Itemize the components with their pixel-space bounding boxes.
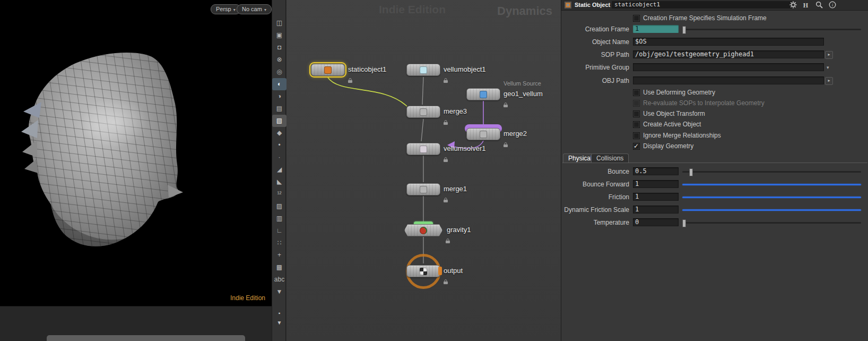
temperature-slider[interactable] [682,222,861,224]
pen-icon[interactable]: ◣ [272,176,287,188]
merge-icon [420,186,427,193]
node-vellumobject1[interactable]: vellumobject1 [406,64,440,76]
field-label: Friction [561,193,629,201]
creation-frame-input[interactable]: 1 [633,25,679,33]
node-chooser-icon[interactable]: ▸ [825,77,833,85]
creation-frame-spec-checkbox[interactable] [633,15,640,22]
output-flag[interactable] [438,267,442,275]
wire-merge3-vellumsolver1[interactable] [421,119,423,141]
friction-slider[interactable] [682,197,861,198]
bounce-forward-input[interactable]: 1 [633,180,679,188]
object-select-icon[interactable]: ▧ [272,115,287,127]
lightbulb-icon[interactable]: ◐ [272,78,287,90]
vellum-object-icon [420,66,427,74]
camera-select-button[interactable]: No cam▾ [237,4,272,14]
view-mode-icon[interactable]: ◎ [272,66,287,78]
field-label: Primitive Group [561,63,629,72]
reevaluate-sops-checkbox [633,100,640,107]
small-point-icon[interactable]: · [272,151,287,164]
chevron-down-icon: ▾ [233,7,236,12]
tab-collisions[interactable]: Collisions [591,154,629,163]
ruler-icon[interactable]: ∟ [272,225,287,237]
stamp-icon[interactable]: ▥ [272,212,287,225]
lock-icon [444,78,448,83]
chevron-down-icon: ▾ [264,7,266,12]
3d-viewport[interactable]: Persp▾ No cam▾ Indie Edition [0,0,272,306]
node-merge3[interactable]: merge3 [406,106,440,118]
abc-icon[interactable]: abc [272,274,287,286]
ignore-merge-relationships-checkbox[interactable] [633,132,640,139]
info-icon[interactable]: i [828,1,837,10]
primitive-group-input[interactable] [633,63,824,71]
no-select-icon[interactable]: ⊗ [272,54,287,66]
lock-icon [444,198,448,202]
lock-icon [446,238,450,243]
lock-icon [444,120,448,125]
bounce-input[interactable]: 0.5 [633,167,679,175]
create-active-object-checkbox[interactable] [633,121,640,128]
bounce-slider[interactable] [682,171,861,173]
wire-staticobject1-merge3[interactable] [328,78,407,106]
display-options-icon[interactable]: ▪ [272,310,287,316]
bounce-forward-slider[interactable] [682,184,861,185]
snapshot-icon[interactable]: ▣ [272,29,287,41]
settings-gear-icon[interactable] [788,1,797,10]
node-vellumsolver1[interactable]: vellumsolver1 [406,143,440,155]
gravity-icon [420,227,427,234]
field-label: Bounce Forward [561,180,629,189]
node-gravity1[interactable]: gravity1 [404,224,442,236]
parameter-header: Static Object staticobject1 H i [561,0,868,11]
node-chooser-icon[interactable]: ▸ [825,51,833,59]
lock-icon [444,157,448,162]
merge-icon [420,108,427,116]
brush-icon[interactable]: ◆ [272,127,287,139]
expand-chevron-icon[interactable]: ▼ [272,286,287,298]
obj-path-input[interactable] [633,76,824,84]
use-object-transform-checkbox[interactable] [633,110,640,117]
dynamic-friction-scale-slider[interactable] [682,209,861,211]
display-geometry-checkbox[interactable] [633,143,640,150]
dots-grid-icon[interactable]: ∷ [272,237,287,249]
use-deforming-geometry-checkbox[interactable] [633,89,640,96]
dropdown-arrow-icon[interactable]: ▾ [827,65,829,70]
node-merge2[interactable]: merge2 [466,128,500,140]
node-name-field[interactable]: staticobject1 [612,1,792,8]
sop-path-input[interactable]: /obj/geo1/testgeometry_pighead1 [633,50,824,58]
friction-input[interactable]: 1 [633,193,679,201]
viewport-toolbar: ▪ ▼ ◫▣◘⊗◎◐◑▤▧◆•·◢◣¹²▨▥∟∷+▩abc▼ [272,0,286,341]
object-name-input[interactable]: $OS [633,38,824,46]
node-geo1-vellum[interactable]: Vellum Source geo1_vellum [466,88,500,100]
wrench-icon[interactable]: + [272,249,287,261]
node-wires [287,0,561,341]
node-merge1[interactable]: merge1 [406,183,440,195]
network-editor[interactable]: Indie Edition Dynamics staticobject1 vel… [287,0,561,341]
lightbulb-alt-icon[interactable]: ◑ [272,90,287,103]
collapsed-bar[interactable] [47,335,245,341]
layers-icon[interactable]: ▩ [272,261,287,274]
creation-frame-slider[interactable] [682,29,861,30]
node-output[interactable]: output [406,265,440,277]
digits-icon[interactable]: ¹² [272,188,287,200]
point-icon[interactable]: • [272,139,287,151]
paint-icon[interactable]: ▨ [272,200,287,212]
field-label: Temperature [561,218,629,227]
toolbar-bottom-chevron-icon[interactable]: ▼ [272,320,287,326]
node-staticobject1[interactable]: staticobject1 [311,64,345,76]
lock-icon[interactable]: ◘ [272,41,287,54]
static-object-icon [324,66,332,74]
pencil-icon[interactable]: ◢ [272,164,287,176]
lock-icon [444,279,448,284]
pane-layout-icon[interactable]: ◫ [272,17,287,29]
lock-icon [504,142,508,147]
houdini-window: Persp▾ No cam▾ Indie Edition ▪ ▼ ◫▣◘⊗◎◐◑… [0,0,868,341]
houdini-logo-icon[interactable]: H [801,1,810,10]
camera-icon[interactable]: ▤ [272,103,287,115]
search-icon[interactable] [814,1,823,10]
viewport-bottom-strip [0,306,272,341]
dynamic-friction-scale-input[interactable]: 1 [633,206,679,214]
field-label: Creation Frame [561,25,629,33]
parameter-panel: Static Object staticobject1 H i Creation… [561,0,868,341]
temperature-input[interactable]: 0 [633,218,679,226]
vellum-solver-icon [420,146,427,153]
wire-vellumobject1-merge3[interactable] [422,77,423,105]
